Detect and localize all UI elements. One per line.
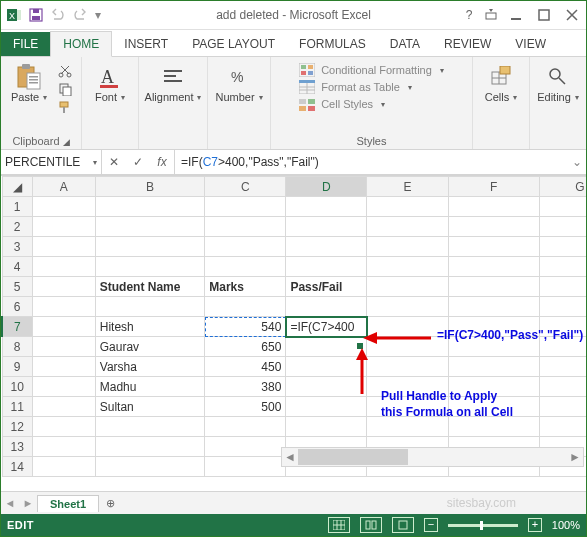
row-header[interactable]: 8 <box>2 337 32 357</box>
formula-text-ref: C7 <box>203 155 218 169</box>
expand-formula-bar-icon[interactable]: ⌄ <box>572 155 582 169</box>
font-button[interactable]: A Font▾ <box>88 61 132 103</box>
cell[interactable]: 450 <box>205 357 286 377</box>
view-normal-icon[interactable] <box>328 517 350 533</box>
row-header[interactable]: 1 <box>2 197 32 217</box>
cell-styles-button[interactable]: Cell Styles▾ <box>299 97 444 111</box>
cell[interactable]: Pass/Fail <box>286 277 367 297</box>
conditional-formatting-button[interactable]: Conditional Formatting▾ <box>299 63 444 77</box>
group-alignment: Alignment▾ . <box>139 57 208 149</box>
row-header[interactable]: 13 <box>2 437 32 457</box>
name-box-value: PERCENTILE <box>5 155 80 169</box>
enter-formula-icon[interactable]: ✓ <box>126 155 150 169</box>
excel-icon[interactable]: X <box>5 6 23 24</box>
qat-customize-icon[interactable]: ▾ <box>93 6 103 24</box>
tab-insert[interactable]: INSERT <box>112 32 180 56</box>
cut-icon[interactable] <box>55 63 75 79</box>
scroll-right-icon[interactable]: ► <box>567 450 583 464</box>
col-header-f[interactable]: F <box>448 177 539 197</box>
row-header[interactable]: 3 <box>2 237 32 257</box>
col-header-b[interactable]: B <box>95 177 205 197</box>
cancel-formula-icon[interactable]: ✕ <box>102 155 126 169</box>
sheet-tab[interactable]: Sheet1 <box>37 495 99 512</box>
cell[interactable]: Student Name <box>95 277 205 297</box>
zoom-slider[interactable] <box>448 524 518 527</box>
zoom-out-icon[interactable]: − <box>424 518 438 532</box>
minimize-icon[interactable] <box>502 4 530 26</box>
cell[interactable]: Sultan <box>95 397 205 417</box>
tab-home[interactable]: HOME <box>50 31 112 57</box>
row-header[interactable]: 6 <box>2 297 32 317</box>
sheet-nav-next-icon[interactable]: ► <box>19 497 37 509</box>
tab-review[interactable]: REVIEW <box>432 32 503 56</box>
scroll-thumb[interactable] <box>298 449 408 465</box>
row-header[interactable]: 10 <box>2 377 32 397</box>
cell[interactable]: 380 <box>205 377 286 397</box>
alignment-button[interactable]: Alignment▾ <box>145 61 201 103</box>
col-header-c[interactable]: C <box>205 177 286 197</box>
help-icon[interactable]: ? <box>458 4 480 26</box>
cell[interactable]: Hitesh <box>95 317 205 337</box>
copy-icon[interactable] <box>55 81 75 97</box>
name-box[interactable]: PERCENTILE▾ <box>1 150 102 174</box>
fill-handle[interactable] <box>357 343 363 349</box>
close-icon[interactable] <box>558 4 586 26</box>
fx-icon[interactable]: fx <box>150 155 174 169</box>
new-sheet-icon[interactable]: ⊕ <box>99 497 121 510</box>
undo-icon[interactable] <box>49 6 67 24</box>
paste-button[interactable]: Paste▾ <box>7 61 51 103</box>
tab-file[interactable]: FILE <box>1 32 50 56</box>
row-header[interactable]: 7 <box>2 317 32 337</box>
scroll-left-icon[interactable]: ◄ <box>282 450 298 464</box>
sheet-nav-prev-icon[interactable]: ◄ <box>1 497 19 509</box>
group-font: A Font▾ . <box>82 57 139 149</box>
maximize-icon[interactable] <box>530 4 558 26</box>
cell[interactable]: 500 <box>205 397 286 417</box>
col-header-d[interactable]: D <box>286 177 367 197</box>
svg-rect-23 <box>164 70 182 72</box>
cell[interactable]: 650 <box>205 337 286 357</box>
zoom-level[interactable]: 100% <box>552 519 580 531</box>
ribbon-options-icon[interactable] <box>480 4 502 26</box>
svg-rect-13 <box>29 79 38 81</box>
col-header-a[interactable]: A <box>32 177 95 197</box>
cell[interactable]: Marks <box>205 277 286 297</box>
row-header[interactable]: 12 <box>2 417 32 437</box>
save-icon[interactable] <box>27 6 45 24</box>
formula-input[interactable]: =IF(C7>400,"Pass","Fail") ⌄ <box>175 150 586 174</box>
row-header[interactable]: 5 <box>2 277 32 297</box>
row-header[interactable]: 2 <box>2 217 32 237</box>
cell[interactable]: Varsha <box>95 357 205 377</box>
view-page-break-icon[interactable] <box>392 517 414 533</box>
cell-d7-active[interactable]: =IF(C7>400 <box>286 317 367 337</box>
number-button[interactable]: % Number▾ <box>214 61 264 103</box>
horizontal-scrollbar[interactable]: ◄ ► <box>281 447 584 467</box>
tab-view[interactable]: VIEW <box>503 32 558 56</box>
col-header-g[interactable]: G <box>539 177 586 197</box>
zoom-in-icon[interactable]: + <box>528 518 542 532</box>
col-header-e[interactable]: E <box>367 177 448 197</box>
format-as-table-button[interactable]: Format as Table▾ <box>299 80 444 94</box>
row-header[interactable]: 11 <box>2 397 32 417</box>
editing-button[interactable]: Editing▾ <box>536 61 580 103</box>
svg-rect-18 <box>63 87 71 96</box>
worksheet-grid[interactable]: ◢ A B C D E F G 1 2 3 4 5Student NameMar… <box>1 175 586 491</box>
row-header[interactable]: 9 <box>2 357 32 377</box>
ribbon-tabs: FILE HOME INSERT PAGE LAYOUT FORMULAS DA… <box>1 30 586 57</box>
row-header[interactable]: 14 <box>2 457 32 477</box>
cell-c7[interactable]: 540 <box>205 317 286 337</box>
cell[interactable]: Gaurav <box>95 337 205 357</box>
format-painter-icon[interactable] <box>55 99 75 115</box>
tab-formulas[interactable]: FORMULAS <box>287 32 378 56</box>
svg-rect-7 <box>511 18 521 20</box>
redo-icon[interactable] <box>71 6 89 24</box>
svg-rect-6 <box>486 13 496 19</box>
view-page-layout-icon[interactable] <box>360 517 382 533</box>
cells-button[interactable]: Cells▾ <box>479 61 523 103</box>
row-header[interactable]: 4 <box>2 257 32 277</box>
title-bar: X ▾ add deleted - Microsoft Excel ? <box>1 1 586 30</box>
tab-page-layout[interactable]: PAGE LAYOUT <box>180 32 287 56</box>
cell[interactable]: Madhu <box>95 377 205 397</box>
tab-data[interactable]: DATA <box>378 32 432 56</box>
select-all-cell[interactable]: ◢ <box>2 177 32 197</box>
